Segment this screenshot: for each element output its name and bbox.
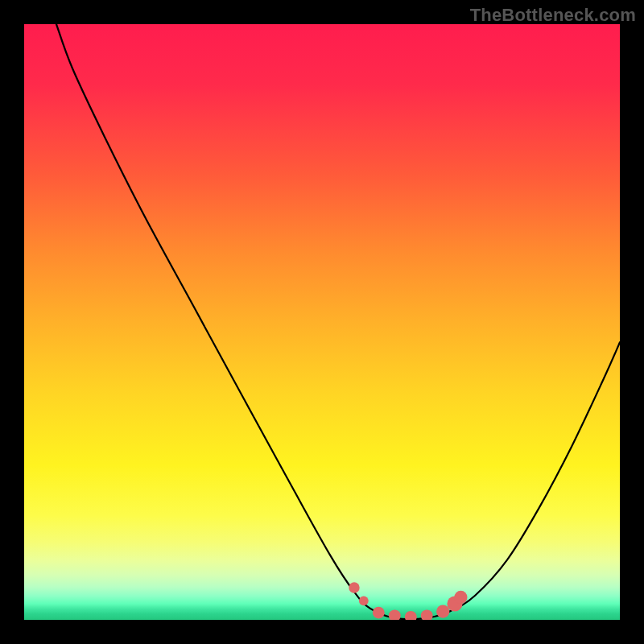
plot-area	[24, 24, 620, 620]
marker-dot	[373, 607, 385, 619]
curve-layer	[24, 24, 620, 620]
bottleneck-curve	[56, 24, 620, 619]
marker-dot	[454, 591, 467, 604]
marker-dot	[349, 582, 359, 592]
marker-dot	[405, 611, 417, 620]
watermark-label: TheBottleneck.com	[470, 5, 636, 26]
marker-dot	[359, 596, 369, 605]
marker-dot	[389, 609, 401, 620]
marker-dot	[436, 605, 449, 618]
optimal-range-markers	[349, 582, 467, 620]
marker-dot	[421, 609, 433, 620]
chart-container: TheBottleneck.com	[0, 0, 644, 644]
